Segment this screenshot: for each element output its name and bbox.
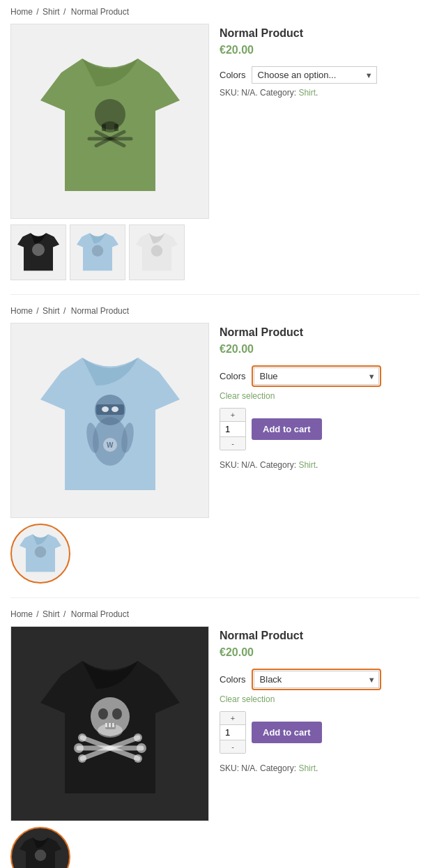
breadcrumb-current-1: Normal Product xyxy=(71,7,129,17)
sku-category-1: SKU: N/A. Category: Shirt. xyxy=(220,88,420,98)
quantity-wrap-3: + - xyxy=(220,711,246,754)
thumb-white-1[interactable] xyxy=(129,224,185,280)
thumb-black-1[interactable] xyxy=(10,224,66,280)
color-select-wrap-1[interactable]: Choose an option... Blue Black White ▼ xyxy=(252,66,377,84)
breadcrumb-1: Home / Shirt / Normal Product xyxy=(10,7,420,17)
breadcrumb-home-2[interactable]: Home xyxy=(10,306,33,316)
main-image-3[interactable] xyxy=(10,626,209,821)
breadcrumb-sep-1b: / xyxy=(63,7,68,17)
breadcrumb-shirt-2[interactable]: Shirt xyxy=(43,306,60,316)
qty-input-3[interactable] xyxy=(220,724,245,740)
product-title-3: Normal Product xyxy=(220,630,420,642)
color-select-2[interactable]: Choose an option... Blue Black White xyxy=(254,367,379,385)
color-label-1: Colors xyxy=(220,70,246,80)
svg-point-35 xyxy=(134,733,142,742)
color-select-wrap-2[interactable]: Choose an option... Blue Black White ▼ xyxy=(252,365,381,387)
svg-point-7 xyxy=(32,243,45,256)
thumbnails-1 xyxy=(10,224,209,280)
quantity-wrap-2: + - xyxy=(220,408,246,450)
product-title-1: Normal Product xyxy=(220,27,420,40)
breadcrumb-2: Home / Shirt / Normal Product xyxy=(10,306,420,316)
tshirt-svg-2: W xyxy=(40,337,180,504)
thumb-circle-black-3[interactable] xyxy=(10,827,70,868)
svg-point-32 xyxy=(137,743,146,753)
qty-cart-row-2: + - Add to cart xyxy=(220,408,420,450)
product-row-3: Normal Product €20.00 Colors Choose an o… xyxy=(10,626,420,868)
product-info-3: Normal Product €20.00 Colors Choose an o… xyxy=(220,626,420,773)
product-price-1: €20.00 xyxy=(220,44,420,56)
product-row-1: Normal Product €20.00 Colors Choose an o… xyxy=(10,24,420,280)
breadcrumb-shirt-3[interactable]: Shirt xyxy=(43,609,60,619)
breadcrumb-home-1[interactable]: Home xyxy=(10,7,33,17)
thumb-svg-blue-circle-2 xyxy=(20,529,61,578)
svg-point-31 xyxy=(74,743,84,753)
add-to-cart-button-3[interactable]: Add to cart xyxy=(252,722,322,743)
thumb-svg-black-1 xyxy=(17,228,59,277)
add-to-cart-button-2[interactable]: Add to cart xyxy=(252,418,322,440)
svg-point-9 xyxy=(151,245,163,257)
qty-input-2[interactable] xyxy=(220,421,245,437)
color-row-2: Colors Choose an option... Blue Black Wh… xyxy=(220,365,420,387)
svg-point-14 xyxy=(112,406,118,412)
product-section-2: Home / Shirt / Normal Product xyxy=(10,306,420,584)
category-link-3[interactable]: Shirt xyxy=(298,763,316,773)
category-link-2[interactable]: Shirt xyxy=(298,460,316,470)
svg-point-13 xyxy=(102,406,109,412)
svg-point-34 xyxy=(134,754,142,763)
svg-point-27 xyxy=(98,724,123,738)
svg-point-22 xyxy=(112,708,122,719)
thumb-svg-black-circle-3 xyxy=(20,832,61,868)
breadcrumb-sep-2b: / xyxy=(63,306,68,316)
breadcrumb-current-3: Normal Product xyxy=(71,609,129,619)
qty-increment-3[interactable]: + xyxy=(220,712,245,724)
qty-cart-row-3: + - Add to cart xyxy=(220,711,420,754)
tshirt-svg-1 xyxy=(40,38,180,205)
product-title-2: Normal Product xyxy=(220,326,420,339)
thumb-svg-white-1 xyxy=(136,228,178,277)
thumb-circle-blue-2[interactable] xyxy=(10,524,70,584)
product-images-col-2: W xyxy=(10,323,209,584)
tshirt-svg-3 xyxy=(40,640,180,807)
breadcrumb-home-3[interactable]: Home xyxy=(10,609,33,619)
svg-point-37 xyxy=(35,850,47,862)
breadcrumb-shirt-1[interactable]: Shirt xyxy=(43,7,60,17)
breadcrumb-sep-2a: / xyxy=(36,306,41,316)
page-wrapper: Home / Shirt / Normal Product xyxy=(0,0,430,868)
thumb-svg-lightblue-1 xyxy=(77,228,118,277)
main-image-2[interactable]: W xyxy=(10,323,209,518)
color-label-2: Colors xyxy=(220,371,246,381)
color-label-3: Colors xyxy=(220,674,246,685)
color-select-wrap-3[interactable]: Choose an option... Blue Black White ▼ xyxy=(252,669,381,690)
product-images-col-3 xyxy=(10,626,209,868)
qty-decrement-2[interactable]: - xyxy=(220,437,245,450)
product-images-col-1 xyxy=(10,24,209,280)
product-section-3: Home / Shirt / Normal Product xyxy=(10,609,420,868)
qty-increment-2[interactable]: + xyxy=(220,409,245,421)
breadcrumb-3: Home / Shirt / Normal Product xyxy=(10,609,420,619)
breadcrumb-sep-3b: / xyxy=(63,609,68,619)
product-price-3: €20.00 xyxy=(220,646,420,659)
qty-decrement-3[interactable]: - xyxy=(220,740,245,753)
product-info-2: Normal Product €20.00 Colors Choose an o… xyxy=(220,323,420,470)
color-select-1[interactable]: Choose an option... Blue Black White xyxy=(252,66,377,84)
color-select-3[interactable]: Choose an option... Blue Black White xyxy=(254,671,379,688)
svg-rect-12 xyxy=(96,404,124,415)
sku-category-3: SKU: N/A. Category: Shirt. xyxy=(220,763,420,773)
divider-1 xyxy=(10,294,420,295)
category-link-1[interactable]: Shirt xyxy=(298,88,316,98)
color-row-3: Colors Choose an option... Blue Black Wh… xyxy=(220,669,420,690)
divider-2 xyxy=(10,597,420,598)
svg-point-19 xyxy=(35,547,47,558)
sku-category-2: SKU: N/A. Category: Shirt. xyxy=(220,460,420,470)
svg-point-36 xyxy=(78,754,86,763)
breadcrumb-sep-1a: / xyxy=(36,7,41,17)
clear-selection-3[interactable]: Clear selection xyxy=(220,694,420,704)
main-image-1[interactable] xyxy=(10,24,209,219)
svg-point-8 xyxy=(92,245,104,257)
breadcrumb-sep-3a: / xyxy=(36,609,41,619)
clear-selection-2[interactable]: Clear selection xyxy=(220,391,420,401)
thumb-lightblue-1[interactable] xyxy=(70,224,125,280)
svg-rect-3 xyxy=(114,124,118,131)
product-section-1: Home / Shirt / Normal Product xyxy=(10,7,420,280)
svg-rect-2 xyxy=(102,124,106,131)
